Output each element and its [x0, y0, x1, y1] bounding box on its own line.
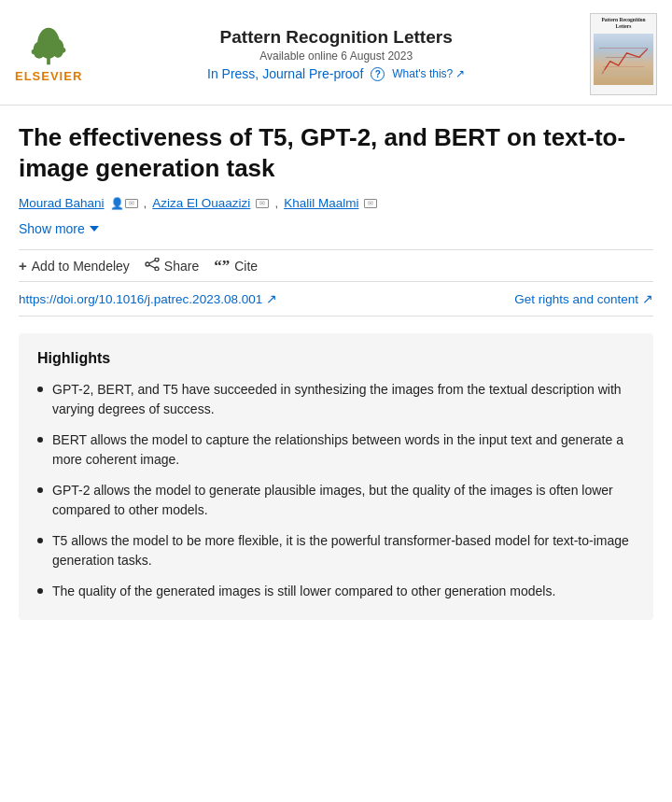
thumbnail-title: Pattern RecognitionLetters	[601, 17, 645, 30]
author-1[interactable]: Mourad Bahani	[19, 196, 105, 210]
whats-this-link[interactable]: What's this? ↗	[392, 67, 465, 80]
bullet-5	[37, 588, 43, 594]
svg-point-4	[32, 49, 37, 54]
chevron-down-icon	[90, 226, 99, 232]
elsevier-logo: ELSEVIER	[15, 26, 82, 83]
highlights-list: GPT-2, BERT, and T5 have succeeded in sy…	[37, 380, 635, 601]
add-mendeley-label: Add to Mendeley	[32, 259, 130, 274]
highlight-text-1: GPT-2, BERT, and T5 have succeeded in sy…	[52, 380, 635, 419]
highlights-title: Highlights	[37, 350, 635, 367]
bullet-4	[37, 538, 43, 543]
question-icon: ?	[371, 67, 385, 81]
action-bar: + Add to Mendeley Share “” Cite	[19, 249, 653, 282]
author-3[interactable]: Khalil Maalmi	[284, 196, 358, 210]
bullet-2	[37, 437, 43, 443]
journal-name: Pattern Recognition Letters	[93, 27, 579, 48]
share-button[interactable]: Share	[145, 258, 199, 274]
author-3-icons: ✉	[364, 199, 377, 208]
page-header: ELSEVIER Pattern Recognition Letters Ava…	[0, 0, 672, 106]
highlight-item-2: BERT allows the model to capture the rel…	[37, 430, 635, 470]
cite-icon: “”	[214, 258, 230, 274]
highlights-box: Highlights GPT-2, BERT, and T5 have succ…	[19, 333, 653, 620]
doi-bar: https://doi.org/10.1016/j.patrec.2023.08…	[19, 282, 653, 317]
highlight-item-3: GPT-2 allows the model to generate plaus…	[37, 481, 635, 520]
email-icon-1[interactable]: ✉	[125, 199, 138, 208]
add-mendeley-button[interactable]: + Add to Mendeley	[19, 258, 130, 274]
svg-point-7	[155, 258, 159, 261]
email-icon-2[interactable]: ✉	[256, 199, 269, 208]
journal-thumbnail: Pattern RecognitionLetters	[590, 13, 657, 95]
show-more-button[interactable]: Show more	[19, 221, 653, 236]
article-title: The effectiveness of T5, GPT-2, and BERT…	[19, 122, 653, 183]
svg-point-5	[61, 47, 66, 52]
svg-line-10	[149, 260, 155, 263]
whats-this-label: What's this?	[392, 67, 453, 80]
doi-arrow: ↗	[266, 291, 277, 306]
elsevier-label: ELSEVIER	[15, 69, 82, 83]
highlight-text-3: GPT-2 allows the model to generate plaus…	[52, 481, 635, 520]
plus-icon: +	[19, 258, 27, 274]
in-press-link[interactable]: In Press, Journal Pre-proof	[207, 66, 363, 81]
show-more-label: Show more	[19, 221, 85, 236]
rights-link[interactable]: Get rights and content ↗	[514, 291, 653, 306]
author-sep-2: ,	[274, 196, 278, 210]
author-2[interactable]: Aziza El Ouaazizi	[152, 196, 250, 210]
doi-link[interactable]: https://doi.org/10.1016/j.patrec.2023.08…	[19, 291, 277, 306]
cite-button[interactable]: “” Cite	[214, 258, 258, 274]
svg-point-9	[146, 262, 149, 266]
author-2-icons: ✉	[256, 199, 269, 208]
journal-info: Pattern Recognition Letters Available on…	[93, 27, 579, 81]
highlight-item-4: T5 allows the model to be more flexible,…	[37, 531, 635, 570]
journal-meta: In Press, Journal Pre-proof ? What's thi…	[93, 66, 579, 81]
bullet-3	[37, 487, 43, 493]
highlight-item-1: GPT-2, BERT, and T5 have succeeded in sy…	[37, 380, 635, 419]
share-icon	[145, 258, 160, 274]
person-icon: 👤	[110, 197, 122, 209]
author-sep-1: ,	[144, 196, 147, 210]
cite-label: Cite	[234, 259, 258, 274]
svg-line-11	[149, 265, 155, 268]
svg-point-8	[155, 267, 159, 271]
article-content: The effectiveness of T5, GPT-2, and BERT…	[0, 106, 672, 620]
rights-label: Get rights and content	[514, 292, 638, 306]
available-online: Available online 6 August 2023	[93, 49, 579, 63]
highlight-item-5: The quality of the generated images is s…	[37, 582, 635, 601]
highlight-text-4: T5 allows the model to be more flexible,…	[52, 531, 635, 570]
highlight-text-2: BERT allows the model to capture the rel…	[52, 430, 635, 470]
bullet-1	[37, 387, 43, 392]
email-icon-3[interactable]: ✉	[364, 199, 377, 208]
svg-rect-6	[597, 70, 649, 77]
whats-this-arrow: ↗	[455, 67, 465, 80]
doi-text: https://doi.org/10.1016/j.patrec.2023.08…	[19, 292, 262, 306]
highlight-text-5: The quality of the generated images is s…	[52, 582, 555, 601]
share-label: Share	[164, 259, 199, 274]
authors-line: Mourad Bahani 👤 ✉ , Aziza El Ouaazizi ✉ …	[19, 196, 653, 210]
author-1-icons: 👤 ✉	[110, 197, 138, 209]
rights-arrow: ↗	[642, 291, 653, 306]
thumbnail-image	[594, 34, 653, 85]
